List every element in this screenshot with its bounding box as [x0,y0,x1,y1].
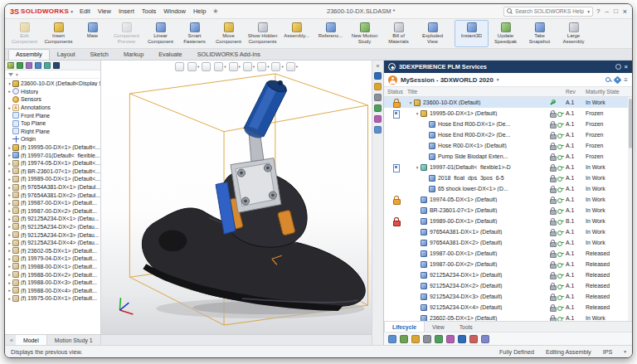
linear-component-pattern-button[interactable]: Linear Component Pattern [143,20,177,47]
tree-expander[interactable]: ▸ [7,153,12,158]
take-snapshot-button[interactable]: Take Snapshot [523,20,557,47]
help-search[interactable]: ▾ [503,7,593,17]
instant3d-button[interactable]: Instant3D [455,20,489,47]
tab-assembly[interactable]: Assembly [8,49,50,60]
feature-tree-item[interactable]: ▸ (f) 19997-01(Default<_flexible... [5,151,100,159]
feature-tree-item[interactable]: Right Plane [5,128,100,136]
tree-expander[interactable]: ▸ [7,280,12,285]
view-palette-icon[interactable] [374,104,382,112]
maturity-icon[interactable] [435,335,443,343]
plm-row[interactable]: 2018_float_dps_3pos_6-5 A.1 In Work [384,172,632,183]
tab-model[interactable]: Model [16,335,47,345]
show-hidden-components-button[interactable]: Show Hidden Components [246,20,280,47]
tree-expander[interactable]: ▸ [7,89,12,94]
tree-expander[interactable]: ▸ [7,192,12,197]
feature-tree-item[interactable]: ▸ (f) 97654A381-DX<1> (Defaul... [5,183,100,192]
plm-row[interactable]: 92125A234-DX<2> (Default) A.1 Released [384,280,632,291]
move-component-button[interactable]: Move Component [212,20,246,47]
menu-item[interactable]: Help [190,7,209,15]
column-status[interactable]: Status [384,89,407,95]
units-selector[interactable]: IPS [603,348,613,356]
tab-evaluate[interactable]: Evaluate [151,49,189,60]
bookmark-icon[interactable] [388,335,396,343]
plm-row[interactable]: 97654A381-DX<2> (Default) A.1 In Work [384,237,632,248]
featuremanager-design-tree-tab-icon[interactable] [7,62,14,69]
propertymanager-tab-icon[interactable] [17,62,23,69]
graphics-viewport[interactable]: ▾ ▾ ▾ [101,61,372,334]
feature-tree-item[interactable]: ▸ (f) 97654A381-DX<2> (Defaul... [5,191,100,199]
bill-of-materials-button[interactable]: Bill of Materials [382,20,416,47]
menu-item[interactable]: Insert [115,7,138,15]
pin-favorites-icon[interactable]: ★ [212,7,218,15]
feature-tree-item[interactable]: ▸ (f) BR-23601-07<1> (Default<... [5,167,100,176]
row-expander[interactable]: ▾ [414,165,421,170]
menu-item[interactable]: Window [160,7,189,15]
tab-tools[interactable]: Tools [452,322,480,332]
view-orientation-icon[interactable] [229,62,238,71]
lock-icon[interactable] [446,335,455,343]
row-expander[interactable]: ▾ [407,100,414,105]
update-speedpak-button[interactable]: Update Speedpak [489,20,523,47]
plm-row[interactable]: 92125A234-DX<3> (Default) A.1 Released [384,291,632,302]
chevron-down-icon[interactable]: ▾ [71,9,73,14]
plm-row[interactable]: Pump Side Biodapt Exten... A.1 Frozen [384,151,632,162]
tab-layout[interactable]: Layout [50,49,83,60]
edit-appearance-icon[interactable] [271,62,280,71]
new-revision-icon[interactable] [400,335,408,343]
feature-tree-item[interactable]: ▸ (f) 92125A234-DX<2> (Defau... [5,223,100,231]
component-preview-window-button[interactable]: Component Preview Window [109,20,143,47]
tree-expander[interactable]: ▸ [7,296,12,301]
zoom-fit-icon[interactable] [175,62,184,71]
configurationmanager-tab-icon[interactable] [26,62,32,69]
chevron-down-icon[interactable]: ▾ [587,9,590,14]
search-input[interactable] [515,8,585,14]
scrollbar[interactable] [628,97,632,321]
plm-row[interactable]: 19987-00-DX<2> (Default) A.1 Released [384,259,632,269]
chevron-down-icon[interactable]: ▾ [197,65,199,69]
chevron-down-icon[interactable]: ▾ [253,65,255,69]
minimize-button[interactable]: – [605,7,608,15]
collapse-panel-icon[interactable]: « [377,63,380,69]
apply-scene-icon[interactable] [286,62,295,71]
feature-tree-item[interactable]: ▸ History [5,88,100,96]
custom-properties-icon[interactable] [374,126,382,133]
column-rev[interactable]: Rev [566,89,586,95]
tree-expander[interactable]: ▸ [7,264,12,269]
feature-tree-item[interactable]: ▸ (f) 19988-00-DX<4> (Default... [5,286,100,294]
plm-row[interactable]: 92125A234-DX<4> (Default) A.1 Released [384,302,632,313]
feature-tree-item[interactable]: ▸ (f) 23602-05-DX<1> (Default... [5,246,100,255]
chevron-down-icon[interactable]: ▾ [239,65,241,69]
menu-item[interactable]: View [95,7,114,15]
menu-icon[interactable]: ≡ [624,76,628,84]
plm-row[interactable]: ▾ 19997-01(Default<_flexible1>-D A.1 In … [384,162,632,172]
insert-components-button[interactable]: Insert Components [41,20,75,47]
tab-view[interactable]: View [425,322,452,332]
feature-tree-item[interactable]: Sensors [5,95,100,104]
row-expander[interactable]: ▾ [414,111,421,116]
save-to-3dexperience-icon[interactable] [411,335,420,343]
delete-icon[interactable] [469,335,478,343]
user-avatar[interactable] [388,75,397,85]
tab-motion-study-1[interactable]: Motion Study 1 [47,335,101,345]
help-button[interactable]: ? [596,7,600,15]
tree-filter-bar[interactable]: ▾ [5,70,100,79]
tab-scroll-arrows[interactable]: « [7,337,16,343]
tree-expander[interactable]: ▸ [7,145,12,150]
close-panel-icon[interactable]: × [625,63,628,70]
feature-tree-item[interactable]: Top Plane [5,119,100,128]
plm-row[interactable]: BR-23601-07<1> (Default) A.1 In Work [384,205,632,216]
plm-row[interactable]: ▾ 23600-10-DX (Default) A.1 In Work [384,97,632,108]
edit-component-button[interactable]: Edit Component [7,20,41,47]
tree-expander[interactable]: ▸ [7,177,12,182]
feature-tree-item[interactable]: Origin [5,135,100,143]
settings-icon[interactable] [615,64,621,70]
feature-tree-item[interactable]: ▸ (f) 19995-00-DX<1> (Default<... [5,143,100,152]
displaymanager-tab-icon[interactable] [44,62,51,69]
plm-row[interactable]: 97654A381-DX<1> (Default) A.1 In Work [384,226,632,237]
feature-tree-item[interactable]: ▸ Annotations [5,104,100,112]
column-title[interactable]: Title [407,89,566,95]
plm-row[interactable]: Hose End R00-DX<1> (De... A.1 Frozen [384,119,632,129]
plm-services-tab-icon[interactable] [53,62,60,69]
tag-icon[interactable] [614,75,622,84]
new-motion-study-button[interactable]: New Motion Study [348,20,382,47]
